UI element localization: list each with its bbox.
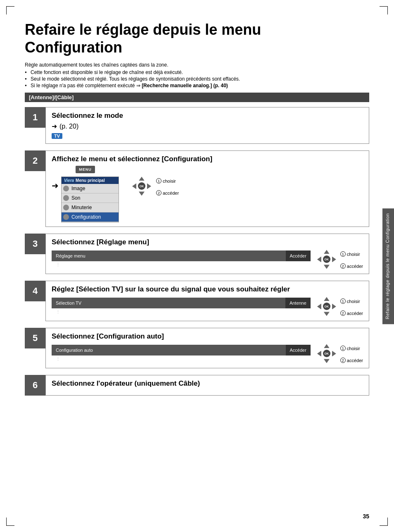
- step-5-menu: Configuration auto Accéder ⋮: [52, 343, 311, 363]
- step-5-nav: OK 1 choisir 2 accéder: [316, 343, 363, 364]
- nav-down[interactable]: [139, 191, 145, 196]
- nav-right-5[interactable]: [332, 351, 336, 356]
- nav-left-3[interactable]: [317, 256, 321, 262]
- step-4-content: Réglez [Sélection TV] sur la source du s…: [45, 281, 369, 321]
- step-5-menu-left: Configuration auto: [52, 348, 286, 353]
- nav-up[interactable]: [139, 177, 145, 181]
- viera-menu-title: Viera Menu principal: [62, 177, 119, 184]
- section-header: [Antenne]/[Câble]: [25, 93, 369, 102]
- menu-button-area: MENU ➜ Viera Menu principal Image: [52, 166, 119, 222]
- circle-2-4: 2: [340, 310, 346, 316]
- step-3-menu-left: Réglage menu: [52, 253, 286, 258]
- nav-labels-step2: 1 choisir 2 accéder: [156, 178, 179, 196]
- minuterie-icon: [63, 205, 69, 210]
- step-3-menu-display: Réglage menu Accéder: [52, 250, 311, 261]
- nav-up-4[interactable]: [324, 297, 330, 301]
- nav-label-acceder-3: 2 accéder: [340, 263, 363, 269]
- bullet-list: Cette fonction est disponible si le régl…: [25, 69, 369, 88]
- menu-button[interactable]: MENU: [76, 166, 95, 173]
- step-4-title: Réglez [Sélection TV] sur la source du s…: [52, 285, 363, 293]
- nav-label-acceder-4: 2 accéder: [340, 310, 363, 316]
- step-1-number: 1: [25, 107, 45, 128]
- step-4-menu: Sélection TV Antenne ⋮: [52, 296, 311, 315]
- nav-down-3[interactable]: [324, 265, 330, 269]
- nav-label-acceder-5: 2 accéder: [340, 358, 363, 363]
- circle-2-5: 2: [340, 358, 346, 363]
- step-5-menu-right: Accéder: [286, 345, 311, 355]
- step-3-content: Sélectionnez [Réglage menu] Réglage menu…: [45, 234, 369, 274]
- step-6-row: 6 Sélectionnez l'opérateur (uniquement C…: [25, 375, 369, 396]
- nav-cross-step3[interactable]: OK: [316, 249, 337, 270]
- nav-ok-4[interactable]: OK: [323, 303, 330, 310]
- bullet-item: Cette fonction est disponible si le régl…: [25, 69, 369, 75]
- nav-ok-3[interactable]: OK: [323, 255, 330, 263]
- step-4-menu-display: Sélection TV Antenne: [52, 298, 311, 308]
- step-2-row: 2 Affichez le menu et sélectionnez [Conf…: [25, 150, 369, 227]
- step-3-title: Sélectionnez [Réglage menu]: [52, 238, 363, 246]
- nav-right-4[interactable]: [332, 303, 336, 309]
- nav-left-4[interactable]: [317, 303, 321, 309]
- nav-cross-step5[interactable]: OK: [316, 343, 337, 364]
- step-3-menu: Réglage menu Accéder ⋮: [52, 249, 311, 268]
- step-3-menu-right: Accéder: [286, 250, 311, 261]
- menu-item-son: Son: [62, 193, 119, 203]
- nav-down-5[interactable]: [324, 359, 330, 363]
- step-4-nav: OK 1 choisir 2 accéder: [316, 296, 363, 317]
- circle-1-4: 1: [340, 298, 346, 304]
- nav-up-3[interactable]: [324, 250, 330, 254]
- step-4-row: 4 Réglez [Sélection TV] sur la source du…: [25, 281, 369, 321]
- step-5-number: 5: [25, 328, 45, 348]
- step-4-menu-right: Antenne: [285, 298, 311, 308]
- step-6-content: Sélectionnez l'opérateur (uniquement Câb…: [45, 375, 369, 396]
- nav-left-5[interactable]: [317, 351, 321, 356]
- nav-cross-step2[interactable]: OK: [131, 176, 152, 196]
- bullet-item: Seul le mode sélectionné est réglé. Tous…: [25, 76, 369, 82]
- circle-1: 1: [156, 178, 161, 184]
- step-1-title: Sélectionnez le mode: [52, 112, 363, 120]
- page-number: 35: [363, 513, 369, 520]
- nav-up-5[interactable]: [324, 344, 330, 348]
- nav-cross-step4[interactable]: OK: [316, 296, 337, 317]
- step-1-subtitle: (p. 20): [59, 123, 78, 130]
- nav-left[interactable]: [132, 183, 136, 189]
- step-2-content: Affichez le menu et sélectionnez [Config…: [45, 150, 369, 227]
- nav-labels-step3: 1 choisir 2 accéder: [340, 251, 363, 269]
- step-1-detail: ➜ (p. 20): [52, 122, 363, 130]
- step-3-inner: Réglage menu Accéder ⋮ OK 1 choisir: [52, 249, 363, 270]
- circle-1-3: 1: [340, 251, 346, 257]
- step-5-menu-display: Configuration auto Accéder: [52, 345, 311, 355]
- nav-right-3[interactable]: [332, 256, 336, 262]
- step-5-content: Sélectionnez [Configuration auto] Config…: [45, 328, 369, 368]
- menu-item-minuterie: Minuterie: [62, 203, 119, 212]
- menu-item-configuration: Configuration: [62, 212, 119, 222]
- side-tab: Refaire le réglage depuis le menu Config…: [382, 208, 394, 324]
- corner-mark-tr: [380, 6, 388, 14]
- step-4-number: 4: [25, 281, 45, 301]
- step-3-row: 3 Sélectionnez [Réglage menu] Réglage me…: [25, 234, 369, 274]
- nav-labels-step5: 1 choisir 2 accéder: [340, 346, 363, 363]
- step-1-content: Sélectionnez le mode ➜ (p. 20) TV: [45, 107, 369, 144]
- nav-ok-5[interactable]: OK: [323, 350, 330, 357]
- step-2-inner: MENU ➜ Viera Menu principal Image: [52, 166, 363, 222]
- nav-down-4[interactable]: [324, 312, 330, 316]
- nav-label-choisir-5: 1 choisir: [340, 346, 363, 351]
- arrow-right-step2: ➜: [52, 181, 59, 191]
- configuration-icon: [63, 214, 69, 220]
- step-4-inner: Sélection TV Antenne ⋮ OK 1 choisir: [52, 296, 363, 317]
- nav-right[interactable]: [147, 183, 151, 189]
- nav-labels-step4: 1 choisir 2 accéder: [340, 298, 363, 316]
- arrow-symbol: ➜: [52, 122, 57, 130]
- step-3-number: 3: [25, 234, 45, 254]
- corner-mark-tl: [6, 6, 14, 14]
- step-3-nav: OK 1 choisir 2 accéder: [316, 249, 363, 270]
- menu-item-image: Image: [62, 184, 119, 193]
- circle-2: 2: [156, 190, 161, 196]
- step-3-dots: ⋮: [52, 261, 311, 268]
- nav-ok[interactable]: OK: [138, 182, 145, 190]
- corner-mark-bl: [6, 518, 14, 526]
- viera-menu-panel: Viera Menu principal Image Son: [61, 177, 119, 222]
- circle-1-5: 1: [340, 346, 346, 351]
- nav-label-acceder: 2 accéder: [156, 190, 179, 196]
- nav-label-choisir: 1 choisir: [156, 178, 179, 184]
- step-5-row: 5 Sélectionnez [Configuration auto] Conf…: [25, 328, 369, 368]
